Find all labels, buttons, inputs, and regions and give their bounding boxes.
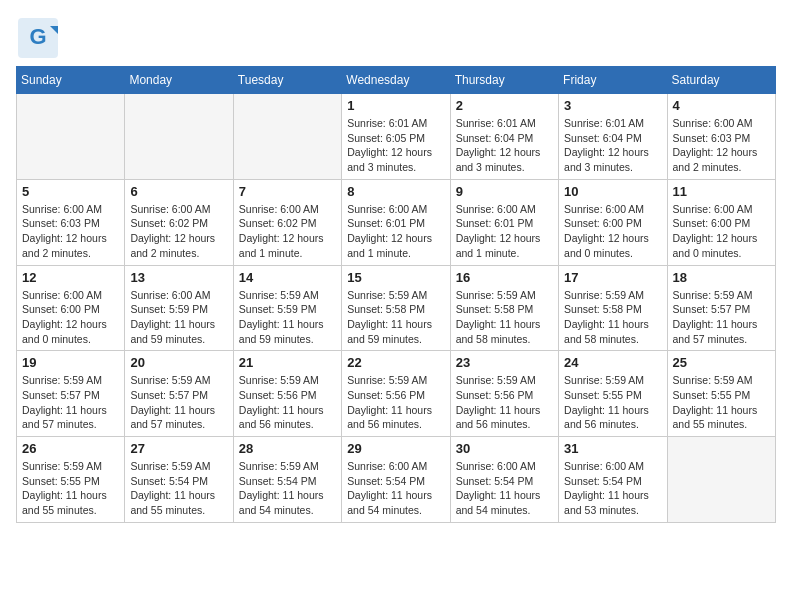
calendar-day: 27Sunrise: 5:59 AM Sunset: 5:54 PM Dayli… — [125, 437, 233, 523]
calendar-day: 25Sunrise: 5:59 AM Sunset: 5:55 PM Dayli… — [667, 351, 775, 437]
weekday-header-tuesday: Tuesday — [233, 67, 341, 94]
day-number: 28 — [239, 441, 336, 456]
calendar-day: 9Sunrise: 6:00 AM Sunset: 6:01 PM Daylig… — [450, 179, 558, 265]
day-info: Sunrise: 5:59 AM Sunset: 5:58 PM Dayligh… — [564, 288, 661, 347]
day-info: Sunrise: 5:59 AM Sunset: 5:57 PM Dayligh… — [130, 373, 227, 432]
logo-icon: G — [16, 16, 56, 56]
day-info: Sunrise: 6:00 AM Sunset: 6:01 PM Dayligh… — [456, 202, 553, 261]
weekday-header-friday: Friday — [559, 67, 667, 94]
calendar-day: 15Sunrise: 5:59 AM Sunset: 5:58 PM Dayli… — [342, 265, 450, 351]
calendar-day: 20Sunrise: 5:59 AM Sunset: 5:57 PM Dayli… — [125, 351, 233, 437]
calendar-day — [667, 437, 775, 523]
day-number: 9 — [456, 184, 553, 199]
calendar-day: 30Sunrise: 6:00 AM Sunset: 5:54 PM Dayli… — [450, 437, 558, 523]
day-info: Sunrise: 6:00 AM Sunset: 5:54 PM Dayligh… — [564, 459, 661, 518]
calendar-day: 3Sunrise: 6:01 AM Sunset: 6:04 PM Daylig… — [559, 94, 667, 180]
day-info: Sunrise: 5:59 AM Sunset: 5:55 PM Dayligh… — [22, 459, 119, 518]
calendar-day: 18Sunrise: 5:59 AM Sunset: 5:57 PM Dayli… — [667, 265, 775, 351]
weekday-header-thursday: Thursday — [450, 67, 558, 94]
day-number: 23 — [456, 355, 553, 370]
day-number: 24 — [564, 355, 661, 370]
day-number: 25 — [673, 355, 770, 370]
day-info: Sunrise: 6:00 AM Sunset: 6:03 PM Dayligh… — [22, 202, 119, 261]
day-number: 8 — [347, 184, 444, 199]
day-info: Sunrise: 6:01 AM Sunset: 6:05 PM Dayligh… — [347, 116, 444, 175]
calendar-day: 11Sunrise: 6:00 AM Sunset: 6:00 PM Dayli… — [667, 179, 775, 265]
day-info: Sunrise: 6:00 AM Sunset: 5:54 PM Dayligh… — [456, 459, 553, 518]
calendar-day: 6Sunrise: 6:00 AM Sunset: 6:02 PM Daylig… — [125, 179, 233, 265]
day-info: Sunrise: 5:59 AM Sunset: 5:55 PM Dayligh… — [673, 373, 770, 432]
day-info: Sunrise: 5:59 AM Sunset: 5:55 PM Dayligh… — [564, 373, 661, 432]
day-info: Sunrise: 6:00 AM Sunset: 5:54 PM Dayligh… — [347, 459, 444, 518]
day-number: 21 — [239, 355, 336, 370]
day-number: 29 — [347, 441, 444, 456]
calendar-day: 1Sunrise: 6:01 AM Sunset: 6:05 PM Daylig… — [342, 94, 450, 180]
weekday-header-wednesday: Wednesday — [342, 67, 450, 94]
weekday-header-monday: Monday — [125, 67, 233, 94]
day-info: Sunrise: 5:59 AM Sunset: 5:58 PM Dayligh… — [456, 288, 553, 347]
day-number: 2 — [456, 98, 553, 113]
day-number: 30 — [456, 441, 553, 456]
day-number: 4 — [673, 98, 770, 113]
day-info: Sunrise: 6:01 AM Sunset: 6:04 PM Dayligh… — [456, 116, 553, 175]
day-number: 7 — [239, 184, 336, 199]
day-number: 6 — [130, 184, 227, 199]
calendar-day — [125, 94, 233, 180]
calendar-day: 7Sunrise: 6:00 AM Sunset: 6:02 PM Daylig… — [233, 179, 341, 265]
calendar-week-2: 5Sunrise: 6:00 AM Sunset: 6:03 PM Daylig… — [17, 179, 776, 265]
calendar-day: 4Sunrise: 6:00 AM Sunset: 6:03 PM Daylig… — [667, 94, 775, 180]
calendar-day: 2Sunrise: 6:01 AM Sunset: 6:04 PM Daylig… — [450, 94, 558, 180]
day-info: Sunrise: 5:59 AM Sunset: 5:56 PM Dayligh… — [239, 373, 336, 432]
day-number: 22 — [347, 355, 444, 370]
day-info: Sunrise: 6:00 AM Sunset: 6:02 PM Dayligh… — [239, 202, 336, 261]
day-number: 26 — [22, 441, 119, 456]
weekday-header-saturday: Saturday — [667, 67, 775, 94]
day-number: 1 — [347, 98, 444, 113]
calendar-day: 26Sunrise: 5:59 AM Sunset: 5:55 PM Dayli… — [17, 437, 125, 523]
day-number: 10 — [564, 184, 661, 199]
calendar-day: 8Sunrise: 6:00 AM Sunset: 6:01 PM Daylig… — [342, 179, 450, 265]
day-info: Sunrise: 5:59 AM Sunset: 5:54 PM Dayligh… — [239, 459, 336, 518]
day-info: Sunrise: 6:00 AM Sunset: 6:03 PM Dayligh… — [673, 116, 770, 175]
calendar-day: 21Sunrise: 5:59 AM Sunset: 5:56 PM Dayli… — [233, 351, 341, 437]
day-number: 14 — [239, 270, 336, 285]
calendar-table: SundayMondayTuesdayWednesdayThursdayFrid… — [16, 66, 776, 523]
calendar-day: 31Sunrise: 6:00 AM Sunset: 5:54 PM Dayli… — [559, 437, 667, 523]
svg-text:G: G — [29, 24, 46, 49]
calendar-day: 16Sunrise: 5:59 AM Sunset: 5:58 PM Dayli… — [450, 265, 558, 351]
day-info: Sunrise: 5:59 AM Sunset: 5:56 PM Dayligh… — [456, 373, 553, 432]
calendar-day: 24Sunrise: 5:59 AM Sunset: 5:55 PM Dayli… — [559, 351, 667, 437]
day-number: 16 — [456, 270, 553, 285]
calendar-day: 10Sunrise: 6:00 AM Sunset: 6:00 PM Dayli… — [559, 179, 667, 265]
day-info: Sunrise: 6:01 AM Sunset: 6:04 PM Dayligh… — [564, 116, 661, 175]
day-number: 13 — [130, 270, 227, 285]
day-number: 5 — [22, 184, 119, 199]
calendar-day: 23Sunrise: 5:59 AM Sunset: 5:56 PM Dayli… — [450, 351, 558, 437]
calendar-week-5: 26Sunrise: 5:59 AM Sunset: 5:55 PM Dayli… — [17, 437, 776, 523]
logo: G — [16, 16, 60, 56]
day-info: Sunrise: 5:59 AM Sunset: 5:54 PM Dayligh… — [130, 459, 227, 518]
day-info: Sunrise: 6:00 AM Sunset: 6:00 PM Dayligh… — [673, 202, 770, 261]
calendar-day: 12Sunrise: 6:00 AM Sunset: 6:00 PM Dayli… — [17, 265, 125, 351]
day-number: 15 — [347, 270, 444, 285]
page-header: G — [16, 16, 776, 56]
day-info: Sunrise: 6:00 AM Sunset: 6:00 PM Dayligh… — [564, 202, 661, 261]
weekday-header-row: SundayMondayTuesdayWednesdayThursdayFrid… — [17, 67, 776, 94]
calendar-day: 22Sunrise: 5:59 AM Sunset: 5:56 PM Dayli… — [342, 351, 450, 437]
day-number: 11 — [673, 184, 770, 199]
calendar-day: 17Sunrise: 5:59 AM Sunset: 5:58 PM Dayli… — [559, 265, 667, 351]
calendar-day: 5Sunrise: 6:00 AM Sunset: 6:03 PM Daylig… — [17, 179, 125, 265]
weekday-header-sunday: Sunday — [17, 67, 125, 94]
day-info: Sunrise: 5:59 AM Sunset: 5:59 PM Dayligh… — [239, 288, 336, 347]
calendar-week-1: 1Sunrise: 6:01 AM Sunset: 6:05 PM Daylig… — [17, 94, 776, 180]
day-number: 19 — [22, 355, 119, 370]
day-info: Sunrise: 6:00 AM Sunset: 6:01 PM Dayligh… — [347, 202, 444, 261]
day-info: Sunrise: 6:00 AM Sunset: 6:00 PM Dayligh… — [22, 288, 119, 347]
day-info: Sunrise: 5:59 AM Sunset: 5:57 PM Dayligh… — [673, 288, 770, 347]
calendar-week-3: 12Sunrise: 6:00 AM Sunset: 6:00 PM Dayli… — [17, 265, 776, 351]
calendar-week-4: 19Sunrise: 5:59 AM Sunset: 5:57 PM Dayli… — [17, 351, 776, 437]
day-info: Sunrise: 5:59 AM Sunset: 5:57 PM Dayligh… — [22, 373, 119, 432]
calendar-day: 28Sunrise: 5:59 AM Sunset: 5:54 PM Dayli… — [233, 437, 341, 523]
day-number: 31 — [564, 441, 661, 456]
day-number: 17 — [564, 270, 661, 285]
